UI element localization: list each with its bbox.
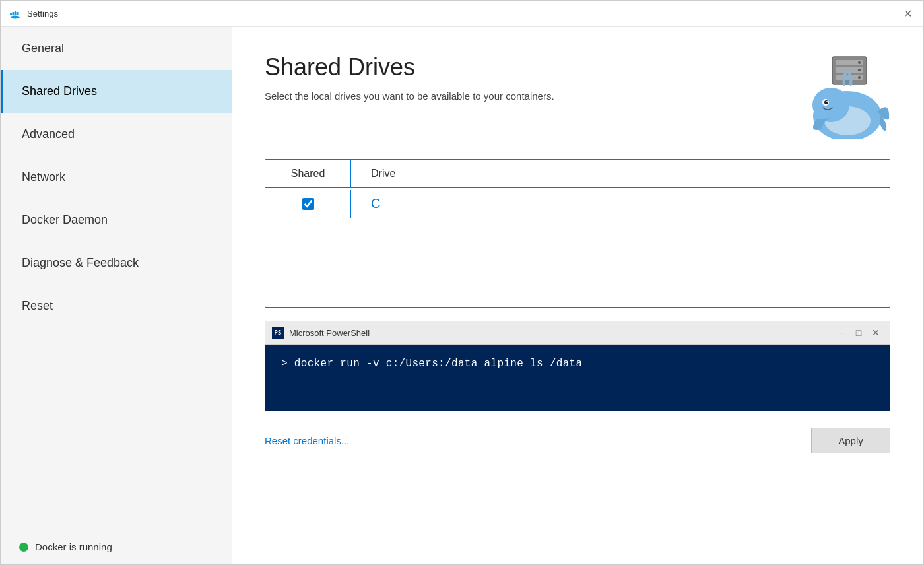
ps-close-button[interactable]: ✕ — [869, 325, 883, 340]
drives-table-header: Shared Drive — [265, 160, 890, 188]
page-description: Select the local drives you want to be a… — [265, 89, 554, 104]
drive-checkbox-cell — [265, 190, 351, 218]
svg-point-11 — [858, 76, 861, 79]
sidebar-item-general[interactable]: General — [1, 27, 232, 70]
docker-status: Docker is running — [1, 529, 232, 564]
drives-table: Shared Drive C — [265, 159, 890, 308]
ps-maximize-button[interactable]: □ — [851, 325, 866, 340]
svg-point-9 — [858, 61, 861, 64]
reset-credentials-link[interactable]: Reset credentials... — [265, 435, 349, 446]
sidebar-item-docker-daemon[interactable]: Docker Daemon — [1, 199, 232, 242]
main-panel: Shared Drives Select the local drives yo… — [232, 27, 923, 564]
settings-window: Settings ✕ General Shared Drives Advance… — [0, 0, 924, 565]
powershell-window: PS Microsoft PowerShell ─ □ ✕ > docker r… — [265, 321, 890, 411]
sidebar-item-diagnose-feedback[interactable]: Diagnose & Feedback — [1, 242, 232, 284]
powershell-icon: PS — [272, 327, 284, 339]
ps-command-text: > docker run -v c:/Users:/data alpine ls… — [281, 358, 874, 370]
drive-c-checkbox[interactable] — [302, 198, 314, 210]
drives-table-body: C — [265, 188, 890, 307]
svg-rect-1 — [13, 12, 15, 15]
content-area: General Shared Drives Advanced Network D… — [1, 27, 923, 564]
svg-point-14 — [812, 88, 849, 122]
svg-rect-3 — [17, 12, 19, 15]
drive-letter: C — [351, 188, 890, 219]
close-button[interactable]: ✕ — [900, 6, 915, 22]
whale-illustration — [805, 53, 890, 139]
window-title: Settings — [27, 9, 900, 18]
col-header-shared: Shared — [265, 160, 351, 187]
sidebar-item-network[interactable]: Network — [1, 156, 232, 199]
powershell-titlebar: PS Microsoft PowerShell ─ □ ✕ — [265, 321, 890, 345]
svg-point-17 — [826, 101, 828, 102]
title-bar: Settings ✕ — [1, 1, 923, 27]
sidebar: General Shared Drives Advanced Network D… — [1, 27, 232, 564]
col-header-drive: Drive — [351, 160, 890, 187]
ps-minimize-button[interactable]: ─ — [834, 325, 849, 340]
powershell-controls: ─ □ ✕ — [834, 325, 883, 340]
status-indicator — [19, 543, 28, 552]
sidebar-item-shared-drives[interactable]: Shared Drives — [1, 70, 232, 113]
status-text: Docker is running — [35, 541, 112, 552]
svg-rect-2 — [15, 11, 16, 15]
svg-point-16 — [824, 100, 828, 104]
page-header: Shared Drives Select the local drives yo… — [265, 53, 890, 139]
app-icon — [9, 7, 22, 20]
svg-point-10 — [858, 69, 861, 71]
table-row: C — [265, 188, 890, 219]
powershell-body: > docker run -v c:/Users:/data alpine ls… — [265, 345, 890, 411]
sidebar-item-advanced[interactable]: Advanced — [1, 113, 232, 156]
powershell-title: Microsoft PowerShell — [289, 328, 829, 338]
sidebar-item-reset[interactable]: Reset — [1, 284, 232, 327]
page-title: Shared Drives — [265, 53, 554, 81]
page-header-text: Shared Drives Select the local drives yo… — [265, 53, 554, 104]
apply-button[interactable]: Apply — [811, 428, 890, 453]
svg-rect-0 — [10, 13, 12, 15]
svg-point-4 — [11, 15, 20, 18]
bottom-actions: Reset credentials... Apply — [265, 428, 890, 453]
